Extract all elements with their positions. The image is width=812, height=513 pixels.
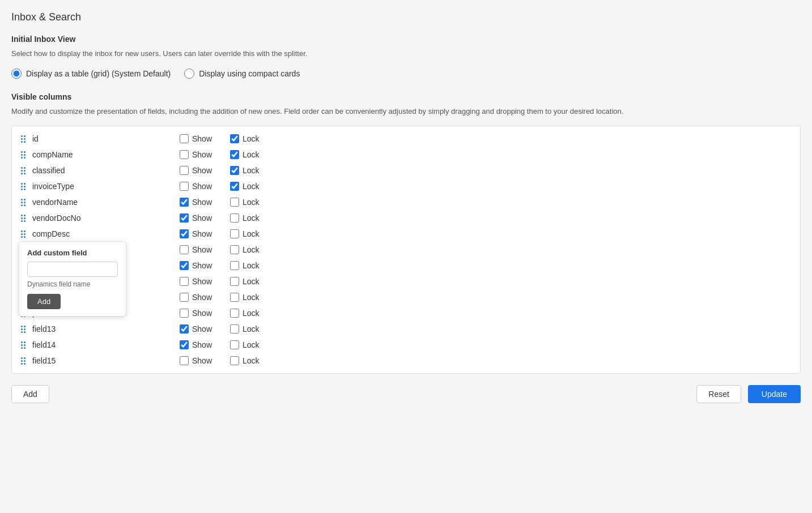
show-checkbox-group: Show [180, 166, 212, 175]
table-row: purchIdShowLock [12, 305, 800, 321]
show-checkbox-group: Show [180, 309, 212, 318]
show-checkbox-group: Show [180, 277, 212, 286]
lock-checkbox[interactable] [230, 166, 239, 175]
popup-hint: Dynamics field name [27, 280, 118, 288]
lock-label: Lock [243, 261, 260, 270]
lock-checkbox[interactable] [230, 309, 239, 318]
show-checkbox-group: Show [180, 213, 212, 223]
lock-checkbox[interactable] [230, 182, 239, 191]
initial-inbox-desc: Select how to display the inbox for new … [11, 48, 801, 59]
update-button[interactable]: Update [748, 385, 801, 403]
lock-checkbox[interactable] [230, 229, 239, 238]
lock-checkbox-group: Lock [230, 340, 260, 349]
table-row: compNameShowLock [12, 147, 800, 163]
lock-label: Lock [243, 309, 260, 318]
radio-grid[interactable] [11, 69, 22, 79]
show-checkbox[interactable] [180, 198, 189, 207]
page-title: Inbox & Search [11, 11, 801, 23]
drag-handle-icon[interactable] [21, 167, 25, 174]
field-name-label: vendorName [32, 198, 180, 207]
show-label: Show [192, 198, 212, 207]
drag-handle-icon[interactable] [21, 215, 25, 222]
lock-label: Lock [243, 277, 260, 286]
show-checkbox[interactable] [180, 356, 189, 365]
lock-label: Lock [243, 293, 260, 302]
show-checkbox[interactable] [180, 293, 189, 302]
popup-add-button[interactable]: Add [27, 294, 61, 309]
lock-checkbox-group: Lock [230, 182, 260, 191]
show-checkbox[interactable] [180, 150, 189, 159]
field-name-label: compDesc [32, 229, 180, 238]
show-checkbox-group: Show [180, 245, 212, 254]
lock-checkbox[interactable] [230, 356, 239, 365]
custom-field-input[interactable] [27, 262, 118, 277]
lock-checkbox[interactable] [230, 134, 239, 143]
drag-handle-icon[interactable] [21, 326, 25, 333]
lock-label: Lock [243, 213, 260, 223]
table-row: docNoShowLock [12, 242, 800, 258]
lock-checkbox[interactable] [230, 340, 239, 349]
radio-compact[interactable] [184, 69, 194, 79]
drag-handle-icon[interactable] [21, 230, 25, 238]
lock-label: Lock [243, 324, 260, 334]
drag-handle-icon[interactable] [21, 199, 25, 206]
lock-label: Lock [243, 150, 260, 159]
radio-option-grid[interactable]: Display as a table (grid) (System Defaul… [11, 69, 171, 79]
lock-checkbox[interactable] [230, 261, 239, 270]
drag-handle-icon[interactable] [21, 135, 25, 143]
radio-compact-label: Display using compact cards [199, 69, 300, 78]
table-row: statusShowLock [12, 289, 800, 305]
show-checkbox[interactable] [180, 324, 189, 334]
field-name-label: field14 [32, 340, 180, 349]
drag-handle-icon[interactable] [21, 183, 25, 190]
show-checkbox[interactable] [180, 261, 189, 270]
show-checkbox[interactable] [180, 166, 189, 175]
show-label: Show [192, 213, 212, 223]
lock-checkbox[interactable] [230, 277, 239, 286]
show-checkbox-group: Show [180, 134, 212, 143]
popup-title: Add custom field [27, 249, 118, 257]
lock-checkbox-group: Lock [230, 324, 260, 334]
lock-checkbox[interactable] [230, 324, 239, 334]
show-label: Show [192, 340, 212, 349]
show-label: Show [192, 134, 212, 143]
lock-checkbox[interactable] [230, 198, 239, 207]
show-checkbox[interactable] [180, 309, 189, 318]
show-checkbox[interactable] [180, 213, 189, 223]
show-checkbox[interactable] [180, 229, 189, 238]
table-row: postingDateShowLock [12, 273, 800, 289]
columns-rows: idShowLockcompNameShowLockclassifiedShow… [12, 131, 800, 369]
field-name-label: id [32, 134, 180, 143]
drag-handle-icon[interactable] [21, 151, 25, 159]
drag-handle-icon[interactable] [21, 357, 25, 365]
lock-checkbox-group: Lock [230, 293, 260, 302]
footer-add-button[interactable]: Add [11, 385, 49, 403]
show-checkbox-group: Show [180, 324, 212, 334]
show-checkbox[interactable] [180, 340, 189, 349]
lock-checkbox[interactable] [230, 293, 239, 302]
show-checkbox[interactable] [180, 134, 189, 143]
lock-label: Lock [243, 166, 260, 175]
lock-checkbox[interactable] [230, 245, 239, 254]
table-row: invoiceTypeShowLock [12, 178, 800, 194]
show-checkbox-group: Show [180, 356, 212, 365]
reset-button[interactable]: Reset [696, 385, 741, 403]
field-name-label: field15 [32, 356, 180, 365]
table-row: classifiedShowLock [12, 163, 800, 178]
initial-inbox-section: Initial Inbox View Select how to display… [11, 35, 801, 79]
drag-handle-icon[interactable] [21, 341, 25, 349]
show-checkbox-group: Show [180, 340, 212, 349]
inbox-view-radio-group: Display as a table (grid) (System Defaul… [11, 69, 801, 79]
page-container: Inbox & Search Initial Inbox View Select… [11, 11, 801, 410]
lock-checkbox[interactable] [230, 213, 239, 223]
radio-option-compact[interactable]: Display using compact cards [184, 69, 300, 79]
show-checkbox-group: Show [180, 229, 212, 238]
show-checkbox[interactable] [180, 277, 189, 286]
show-checkbox[interactable] [180, 182, 189, 191]
show-label: Show [192, 261, 212, 270]
table-row: field13ShowLock [12, 321, 800, 337]
show-checkbox[interactable] [180, 245, 189, 254]
show-checkbox-group: Show [180, 293, 212, 302]
columns-table: idShowLockcompNameShowLockclassifiedShow… [11, 126, 801, 374]
lock-checkbox[interactable] [230, 150, 239, 159]
